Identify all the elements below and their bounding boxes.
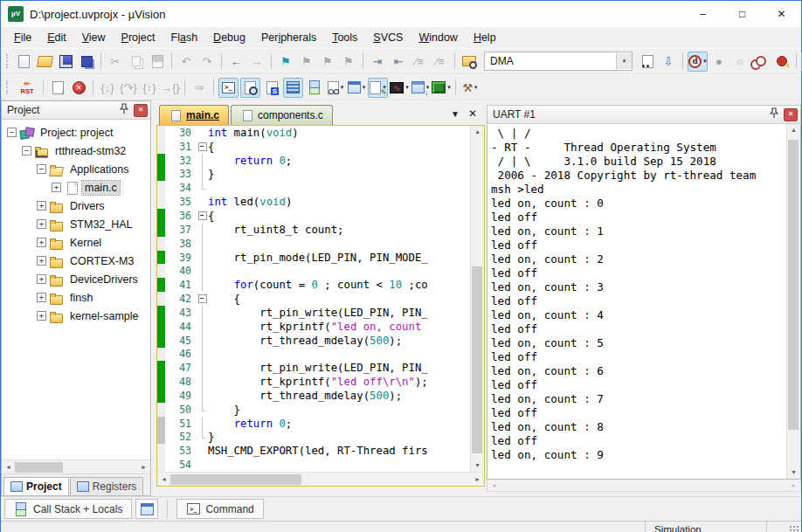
document-list-icon[interactable]: ▼ — [451, 109, 460, 119]
logic-analyzer-button[interactable]: ▾ — [390, 78, 409, 97]
menu-item-tools[interactable]: Tools — [324, 27, 365, 48]
scroll-left-icon[interactable]: ◂ — [157, 473, 170, 486]
outdent-button[interactable]: ⇤ — [389, 52, 408, 71]
fold-marker[interactable] — [197, 209, 208, 223]
project-hscrollbar[interactable]: ◂ ▸ — [2, 459, 150, 473]
reset-button[interactable]: RST — [16, 78, 38, 97]
uart-hscrollbar[interactable]: ◂ ▸ — [487, 480, 801, 492]
tree-expander-icon[interactable]: − — [22, 146, 31, 155]
step-over-button[interactable]: {↷} — [119, 78, 138, 97]
menu-item-peripherals[interactable]: Peripherals — [253, 27, 324, 48]
open-file-button[interactable] — [35, 52, 54, 71]
tree-item-finsh[interactable]: +finsh — [2, 288, 150, 307]
kill-all-breakpoints-button[interactable] — [772, 52, 792, 71]
uart-terminal[interactable]: \ | /- RT - Thread Operating System / | … — [487, 124, 786, 479]
scroll-down-icon[interactable]: ▾ — [471, 459, 484, 472]
paste-button[interactable] — [148, 52, 167, 71]
uart-vscrollbar[interactable]: ▴ ▾ — [786, 124, 800, 479]
tree-item-project-project[interactable]: −Project: project — [2, 123, 150, 142]
editor-tab-main-c[interactable]: main.c — [159, 105, 229, 125]
toolbox-button[interactable]: ▾ — [432, 78, 451, 97]
previous-bookmark-button[interactable]: ⚑ — [318, 52, 337, 71]
incremental-find-button[interactable]: ▾ — [688, 52, 708, 72]
scroll-right-icon[interactable]: ▸ — [471, 473, 484, 486]
project-panel-close-button[interactable]: ✕ — [134, 104, 148, 117]
document-close-icon[interactable]: ✕ — [468, 107, 477, 120]
menu-item-window[interactable]: Window — [411, 27, 465, 48]
scroll-up-icon[interactable]: ▴ — [471, 126, 484, 138]
run-to-cursor-button[interactable]: →{} — [161, 78, 180, 97]
tree-item-applications[interactable]: −Applications — [2, 160, 150, 178]
tree-item-devicedrivers[interactable]: +DeviceDrivers — [2, 270, 150, 288]
scroll-right-icon[interactable]: ▸ — [787, 479, 800, 492]
memory-window-button-dock[interactable] — [135, 499, 158, 519]
tree-expander-icon[interactable]: + — [37, 293, 46, 302]
stop-debug-button[interactable] — [69, 78, 88, 97]
memory-window-button[interactable]: ▾ — [347, 78, 366, 97]
save-all-button[interactable] — [77, 52, 96, 71]
symbol-window-button[interactable] — [262, 78, 281, 97]
parameter-combobox[interactable]: DMA▾ — [484, 52, 633, 71]
menu-item-flash[interactable]: Flash — [163, 27, 206, 48]
save-button[interactable] — [56, 52, 75, 71]
menu-item-svcs[interactable]: SVCS — [365, 27, 411, 48]
tree-expander-icon[interactable]: + — [37, 311, 46, 321]
panel-tab-project[interactable]: Project — [3, 477, 69, 495]
step-out-button[interactable]: {↑} — [140, 78, 159, 97]
indent-button[interactable]: ⇥ — [368, 52, 387, 71]
tree-expander-icon[interactable]: − — [37, 164, 46, 174]
debug-settings-button[interactable]: ⚒▾ — [460, 78, 480, 97]
disassembly-window-button[interactable] — [240, 78, 260, 98]
panel-tab-registers[interactable]: Registers — [70, 477, 144, 495]
scrollbar-thumb[interactable] — [788, 140, 799, 431]
tree-item-main-c[interactable]: +main.c — [2, 178, 150, 197]
enable-breakpoint-button[interactable]: ○ — [730, 52, 750, 71]
command-window-button[interactable] — [218, 78, 239, 98]
comment-button[interactable]: ∕≡ — [410, 52, 429, 71]
scrollbar-thumb[interactable] — [15, 462, 63, 473]
menu-item-help[interactable]: Help — [466, 27, 504, 48]
combobox-dropdown-icon[interactable]: ▾ — [616, 53, 632, 69]
watch-window-button[interactable]: ▾ — [326, 78, 345, 97]
close-button[interactable]: ✕ — [762, 1, 801, 27]
navigate-back-button[interactable]: ← — [226, 52, 245, 71]
toggle-bookmark-button[interactable]: ⚑ — [276, 52, 295, 71]
show-next-statement-button[interactable] — [48, 78, 67, 97]
tree-expander-icon[interactable]: + — [37, 201, 46, 211]
find-next-button[interactable]: ⇩ — [659, 52, 678, 71]
menu-item-debug[interactable]: Debug — [205, 27, 253, 48]
call-stack-window-button[interactable] — [305, 78, 324, 97]
tree-item-kernel-sample[interactable]: +kernel-sample — [2, 307, 150, 325]
menu-item-file[interactable]: File — [6, 27, 39, 48]
tree-item-kernel[interactable]: +Kernel — [2, 233, 150, 252]
tree-item-cortex-m3[interactable]: +CORTEX-M3 — [2, 252, 150, 270]
callstack-locals-tab[interactable]: Call Stack + Locals — [4, 499, 132, 519]
menu-item-edit[interactable]: Edit — [39, 27, 74, 48]
code-editor[interactable]: 30int main(void)31{32 return 0;33}3435in… — [157, 126, 470, 472]
editor-vscrollbar[interactable]: ▴ ▾ — [470, 126, 484, 472]
scroll-down-icon[interactable]: ▾ — [787, 466, 800, 479]
redo-button[interactable]: ↷ — [197, 52, 217, 71]
editor-hscrollbar[interactable]: ◂ ▸ — [157, 472, 484, 486]
tree-item-drivers[interactable]: +Drivers — [2, 197, 150, 215]
tree-expander-icon[interactable]: + — [52, 183, 61, 192]
scrollbar-thumb[interactable] — [170, 474, 301, 485]
scroll-left-icon[interactable]: ◂ — [2, 460, 15, 473]
uncomment-button[interactable]: ∕≡ — [431, 52, 450, 71]
cut-button[interactable]: ✂ — [106, 52, 125, 71]
maximize-button[interactable]: □ — [722, 1, 762, 27]
tree-expander-icon[interactable]: − — [7, 128, 17, 137]
fold-marker[interactable] — [197, 140, 208, 154]
tree-item-stm32-hal[interactable]: +STM32_HAL — [2, 215, 150, 233]
system-viewer-button[interactable]: ▾ — [411, 78, 430, 97]
uart-panel-close-button[interactable]: ✕ — [784, 108, 798, 121]
minimize-button[interactable]: – — [683, 1, 722, 27]
editor-tab-components-c[interactable]: components.c — [231, 105, 333, 125]
tree-expander-icon[interactable]: + — [37, 256, 46, 266]
navigate-forward-button[interactable]: → — [247, 52, 266, 71]
tree-item-rtthread-stm32[interactable]: −rtthread-stm32 — [2, 142, 150, 160]
find-in-files-button[interactable] — [460, 52, 479, 71]
pin-icon[interactable] — [118, 103, 130, 117]
scroll-up-icon[interactable]: ▴ — [787, 124, 800, 136]
menu-item-project[interactable]: Project — [114, 27, 163, 48]
